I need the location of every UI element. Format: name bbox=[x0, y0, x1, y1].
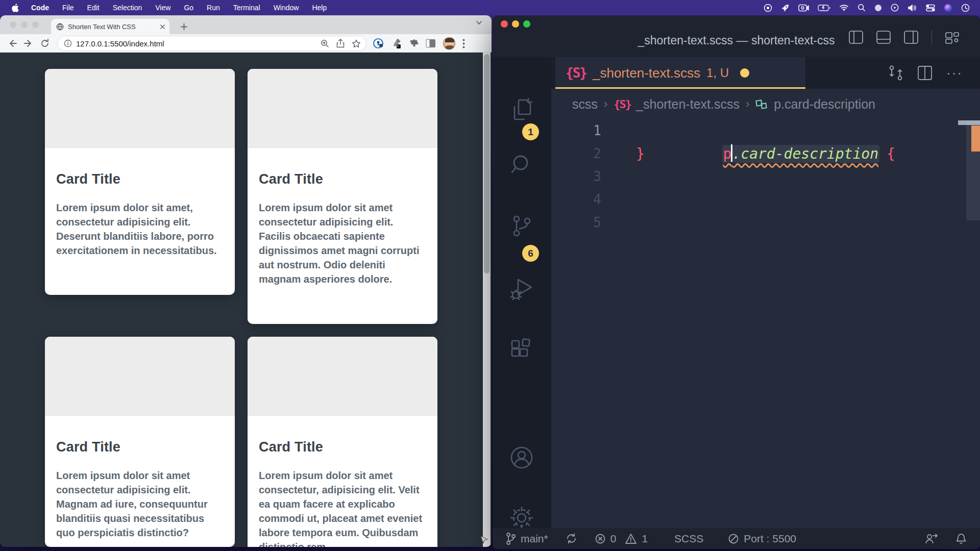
breadcrumb-symbol[interactable]: p.card-description bbox=[774, 97, 875, 112]
card-1-title: Card Title bbox=[56, 171, 224, 187]
tab-close-icon[interactable] bbox=[160, 24, 165, 30]
password-extension-icon[interactable] bbox=[373, 38, 384, 49]
minimize-window-button[interactable] bbox=[512, 20, 519, 28]
web-page: Card Title Lorem ipsum dolor sit amet, c… bbox=[0, 53, 492, 547]
clock-icon[interactable] bbox=[961, 4, 970, 12]
close-window-button[interactable] bbox=[501, 20, 508, 28]
siri-icon[interactable] bbox=[944, 4, 952, 12]
extensions-icon[interactable] bbox=[509, 338, 534, 363]
sync-icon[interactable] bbox=[566, 533, 577, 544]
close-window-button[interactable] bbox=[10, 21, 16, 28]
volume-icon[interactable] bbox=[908, 4, 917, 12]
dot-icon[interactable] bbox=[874, 4, 882, 12]
source-control-badge: 6 bbox=[522, 245, 539, 262]
warnings-icon bbox=[625, 533, 637, 544]
customize-layout-icon[interactable] bbox=[945, 31, 960, 44]
menu-item-selection[interactable]: Selection bbox=[113, 4, 142, 12]
reload-button[interactable] bbox=[37, 36, 53, 51]
chevron-right-icon: › bbox=[603, 97, 608, 111]
breadcrumb: scss › {S} _shorten-text.scss › p.card-d… bbox=[551, 89, 980, 119]
page-scrollbar-thumb[interactable] bbox=[484, 54, 489, 273]
minimize-window-button[interactable] bbox=[21, 21, 28, 28]
line-number: 2 bbox=[551, 142, 601, 165]
tab-filename: _shorten-text.scss bbox=[593, 65, 700, 81]
explorer-icon[interactable] bbox=[509, 97, 534, 122]
feedback-person-icon[interactable] bbox=[925, 533, 938, 545]
menu-item-help[interactable]: Help bbox=[312, 4, 327, 12]
language-mode[interactable]: SCSS bbox=[674, 533, 703, 545]
extension-icons bbox=[373, 34, 465, 53]
more-actions-icon[interactable]: ··· bbox=[946, 65, 963, 81]
zoom-icon[interactable] bbox=[321, 39, 329, 48]
scss-file-icon: {S} bbox=[566, 65, 586, 81]
page-scrollbar[interactable] bbox=[483, 53, 491, 547]
battery-icon[interactable] bbox=[818, 5, 830, 11]
toggle-sidebar-icon[interactable] bbox=[849, 31, 863, 44]
url-text[interactable]: 127.0.0.1:5500/index.html bbox=[76, 39, 316, 48]
source-control-icon[interactable] bbox=[509, 213, 534, 239]
breadcrumb-file[interactable]: _shorten-text.scss bbox=[636, 97, 740, 112]
zoom-window-button[interactable] bbox=[523, 20, 530, 28]
vscode-window: _shorten-text.scss — shorten-text-css 1 bbox=[493, 15, 980, 549]
menu-item-code[interactable]: Code bbox=[31, 4, 49, 12]
account-icon[interactable] bbox=[509, 445, 534, 470]
search-icon[interactable] bbox=[509, 152, 534, 178]
menu-item-file[interactable]: File bbox=[62, 4, 74, 12]
editor-tab[interactable]: {S} _shorten-text.scss 1, U bbox=[555, 57, 805, 89]
git-branch-status[interactable]: main* bbox=[506, 532, 548, 545]
profile-avatar[interactable] bbox=[443, 37, 456, 50]
menu-item-window[interactable]: Window bbox=[274, 4, 299, 12]
problems-status[interactable]: 0 1 bbox=[595, 533, 648, 545]
side-panel-icon[interactable] bbox=[426, 39, 436, 48]
wifi-icon[interactable] bbox=[839, 4, 849, 11]
toggle-panel-icon[interactable] bbox=[876, 31, 891, 44]
menu-item-view[interactable]: View bbox=[155, 4, 170, 12]
play-circle-icon[interactable] bbox=[891, 4, 899, 12]
branch-name: main* bbox=[521, 533, 548, 545]
code-line-3: 3 bbox=[551, 165, 980, 188]
eyedropper-extension-icon[interactable] bbox=[390, 37, 402, 49]
menu-item-terminal[interactable]: Terminal bbox=[233, 4, 260, 12]
apple-logo-icon[interactable] bbox=[11, 4, 19, 12]
overview-ruler-warning-marker bbox=[971, 126, 980, 152]
bookmark-star-icon[interactable] bbox=[352, 39, 361, 48]
code-line-2: 2 } bbox=[551, 142, 980, 165]
code-editor[interactable]: 1 p.card-description{ 2 } 3 4 5 bbox=[551, 119, 980, 528]
menu-item-go[interactable]: Go bbox=[184, 4, 193, 12]
notifications-bell-icon[interactable] bbox=[955, 533, 967, 545]
live-server-port[interactable]: Port : 5500 bbox=[728, 533, 796, 545]
menu-item-edit[interactable]: Edit bbox=[87, 4, 100, 12]
menu-item-run[interactable]: Run bbox=[207, 4, 220, 12]
spotlight-icon[interactable] bbox=[857, 4, 866, 12]
record-icon[interactable] bbox=[764, 4, 772, 12]
browser-menu-icon[interactable] bbox=[462, 39, 465, 48]
tab-search-chevron-icon[interactable] bbox=[476, 20, 482, 25]
card-1-description: Lorem ipsum dolor sit amet, consectetur … bbox=[56, 201, 224, 258]
breadcrumb-folder[interactable]: scss bbox=[572, 97, 598, 112]
menu-items: Code File Edit Selection View Go Run Ter… bbox=[31, 4, 327, 12]
split-editor-icon[interactable] bbox=[918, 66, 932, 80]
site-info-icon[interactable] bbox=[64, 39, 72, 47]
compare-changes-icon[interactable] bbox=[888, 65, 903, 81]
zoom-window-button[interactable] bbox=[32, 21, 39, 28]
code-line-1: 1 p.card-description{ bbox=[551, 119, 980, 142]
code-line-4: 4 bbox=[551, 188, 980, 211]
rocket-icon[interactable] bbox=[781, 4, 790, 12]
share-icon[interactable] bbox=[336, 39, 345, 48]
settings-gear-icon[interactable] bbox=[509, 505, 534, 531]
browser-tab[interactable]: Shorten Text With CSS bbox=[51, 19, 169, 34]
vscode-title-bar: _shorten-text.scss — shorten-text-css bbox=[493, 15, 980, 57]
screen-record-icon[interactable] bbox=[798, 4, 809, 12]
control-center-icon[interactable] bbox=[926, 4, 935, 12]
forward-button[interactable] bbox=[20, 36, 37, 51]
toggle-secondary-sidebar-icon[interactable] bbox=[904, 31, 918, 44]
address-bar[interactable]: 127.0.0.1:5500/index.html bbox=[57, 36, 366, 51]
line-number: 3 bbox=[551, 165, 601, 188]
git-branch-icon bbox=[506, 532, 516, 545]
back-button[interactable] bbox=[4, 36, 20, 51]
extensions-puzzle-icon[interactable] bbox=[408, 38, 419, 49]
run-debug-icon[interactable] bbox=[509, 276, 534, 301]
unsaved-changes-dot[interactable] bbox=[740, 68, 749, 78]
new-tab-button[interactable] bbox=[177, 19, 191, 34]
card-4-title: Card Title bbox=[259, 439, 426, 455]
